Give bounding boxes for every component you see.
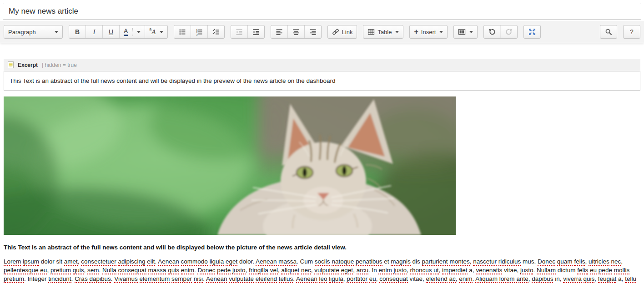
document-snippet-icon xyxy=(8,61,14,68)
excerpt-block: Excerpt | hidden = true This Text is an … xyxy=(4,59,640,91)
paragraph-format-dropdown[interactable]: Paragraph xyxy=(4,25,62,38)
columns-group xyxy=(453,25,478,39)
columns-icon xyxy=(458,28,466,36)
font-size-icon: aA xyxy=(149,28,156,36)
article-body[interactable]: Lorem ipsum dolor sit amet, consectetuer… xyxy=(4,257,640,283)
chevron-down-icon xyxy=(439,31,443,33)
text-style-group: B I U A aA xyxy=(69,25,168,39)
paragraph-format-label: Paragraph xyxy=(8,29,36,36)
svg-text:3: 3 xyxy=(196,33,198,36)
bold-label: B xyxy=(75,28,80,36)
excerpt-text-content: This Text is an abstract of the full new… xyxy=(10,77,335,84)
fullscreen-group xyxy=(523,25,541,39)
bulleted-list-icon xyxy=(179,28,186,36)
font-size-button[interactable]: aA xyxy=(145,25,167,38)
align-left-icon xyxy=(276,28,283,36)
article-image-cat[interactable] xyxy=(4,96,456,235)
outdent-button[interactable] xyxy=(231,25,247,38)
article-title-input[interactable] xyxy=(3,3,641,20)
search-button[interactable] xyxy=(600,25,617,38)
underline-button[interactable]: U xyxy=(102,25,119,38)
redo-icon xyxy=(505,28,513,36)
editor-content-area: Excerpt | hidden = true This Text is an … xyxy=(0,59,644,283)
undo-button[interactable] xyxy=(484,25,500,38)
columns-dropdown-button[interactable] xyxy=(454,25,477,38)
insert-label: Insert xyxy=(421,29,436,36)
indent-button[interactable] xyxy=(247,25,264,38)
insert-group: + Insert xyxy=(409,25,448,39)
link-icon xyxy=(332,28,339,36)
fullscreen-icon xyxy=(528,28,536,36)
underline-label: U xyxy=(109,28,113,36)
chevron-down-icon xyxy=(395,31,399,33)
history-group xyxy=(483,25,518,39)
italic-button[interactable]: I xyxy=(86,25,102,38)
align-center-icon xyxy=(292,28,300,36)
font-color-button[interactable]: A xyxy=(119,25,145,38)
chevron-down-icon xyxy=(55,31,58,33)
todo-list-icon xyxy=(212,28,220,36)
plus-icon: + xyxy=(414,29,418,35)
align-right-button[interactable] xyxy=(304,25,321,38)
outdent-icon xyxy=(236,28,243,36)
numbered-list-button[interactable]: 123 xyxy=(191,25,207,38)
indent-group xyxy=(231,25,265,39)
chevron-down-icon xyxy=(160,31,163,33)
title-bar xyxy=(0,0,644,21)
article-abstract-bold[interactable]: This Text is an abstract of the full new… xyxy=(4,243,640,251)
link-button[interactable]: Link xyxy=(328,25,357,38)
insert-dropdown-button[interactable]: + Insert xyxy=(410,25,447,38)
link-label: Link xyxy=(342,29,353,36)
undo-icon xyxy=(488,28,496,36)
table-label: Table xyxy=(377,29,392,36)
help-group: ? xyxy=(623,25,640,39)
link-group: Link xyxy=(327,25,357,39)
bold-button[interactable]: B xyxy=(69,25,86,38)
editor-toolbar: Paragraph B I U A aA xyxy=(0,21,644,43)
todo-list-button[interactable] xyxy=(207,25,224,38)
redo-button[interactable] xyxy=(500,25,517,38)
font-color-icon: A xyxy=(124,28,128,36)
search-icon xyxy=(605,28,612,36)
table-dropdown-button[interactable]: Table xyxy=(363,25,403,38)
numbered-list-icon: 123 xyxy=(196,28,203,36)
table-grid-icon xyxy=(367,28,375,36)
italic-label: I xyxy=(93,28,96,36)
help-button[interactable]: ? xyxy=(624,25,640,38)
paragraph-format-group: Paragraph xyxy=(4,25,63,39)
excerpt-title: Excerpt xyxy=(18,62,38,68)
bulleted-list-button[interactable] xyxy=(174,25,191,38)
question-icon: ? xyxy=(630,28,634,36)
excerpt-text[interactable]: This Text is an abstract of the full new… xyxy=(4,71,640,91)
excerpt-hidden-flag: | hidden = true xyxy=(42,62,77,68)
fullscreen-button[interactable] xyxy=(524,25,540,38)
table-group: Table xyxy=(363,25,403,39)
chevron-down-icon xyxy=(469,31,473,33)
chevron-down-icon xyxy=(137,31,141,33)
list-group: 123 xyxy=(174,25,225,39)
align-center-button[interactable] xyxy=(287,25,304,38)
indent-icon xyxy=(252,28,260,36)
align-left-button[interactable] xyxy=(271,25,287,38)
align-right-icon xyxy=(309,28,317,36)
align-group xyxy=(271,25,322,39)
excerpt-header: Excerpt | hidden = true xyxy=(4,59,640,71)
search-group xyxy=(600,25,617,39)
